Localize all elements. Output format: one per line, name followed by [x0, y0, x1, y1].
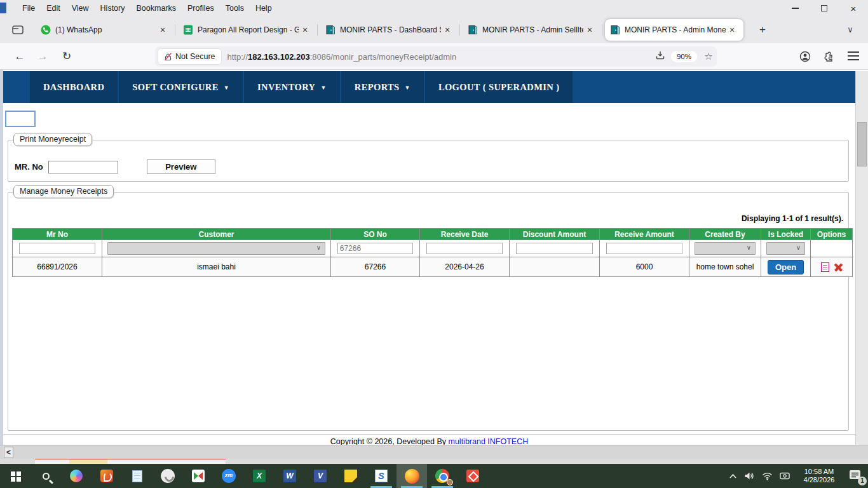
vertical-scrollbar[interactable] [855, 71, 868, 445]
table-filter-row: ∨ ∨ ∨ [13, 240, 853, 257]
tab-whatsapp[interactable]: (1) WhatsApp × [36, 19, 174, 41]
filter-mr-no-input[interactable] [19, 243, 95, 254]
url-bar[interactable]: Not Secure http://182.163.102.203:8086/m… [155, 46, 717, 67]
chevron-down-icon: ∨ [796, 244, 801, 251]
tab-monir-moneyreceipt-active[interactable]: MONIR PARTS - Admin MoneyR × [605, 19, 743, 41]
print-receipt-icon[interactable] [821, 262, 829, 272]
menubar: File Edit View History Bookmarks Profile… [17, 0, 278, 17]
s-app-icon[interactable] [366, 464, 397, 488]
chevron-down-icon: ∨ [747, 244, 751, 251]
tab-title: MONIR PARTS - DashBoard Site [340, 25, 441, 34]
taskbar: 10:58 AM 4/28/2026 1 [0, 464, 868, 488]
security-chip[interactable]: Not Secure [158, 48, 222, 65]
vertical-scrollbar-thumb[interactable] [857, 122, 867, 166]
firefox-view-button[interactable] [9, 22, 27, 38]
whatsapp-icon[interactable] [153, 464, 183, 488]
tab-close-icon[interactable]: × [156, 25, 169, 35]
start-button-icon[interactable] [0, 464, 31, 488]
door-favicon [325, 25, 336, 35]
menu-bookmarks[interactable]: Bookmarks [130, 4, 182, 13]
cell-receive-date: 2026-04-26 [420, 257, 510, 277]
avro-keyboard-icon[interactable] [92, 464, 122, 488]
url-host: 182.163.102.203 [248, 52, 310, 62]
copilot-icon[interactable] [61, 464, 92, 488]
delete-icon[interactable] [834, 263, 843, 271]
nav-inventory[interactable]: INVENTORY▼ [244, 71, 340, 103]
search-icon[interactable] [31, 464, 61, 488]
extensions-icon[interactable] [820, 48, 836, 65]
notepad-icon[interactable] [122, 464, 153, 488]
cell-receive-amount: 6000 [600, 257, 689, 277]
minimize-button[interactable] [780, 0, 810, 17]
chrome-icon[interactable] [427, 464, 458, 488]
filter-created-by-select[interactable]: ∨ [695, 242, 756, 255]
results-summary: Displaying 1-1 of 1 result(s). [742, 214, 843, 223]
maximize-icon [821, 5, 827, 11]
zoom-app-icon[interactable] [214, 464, 244, 488]
menu-profiles[interactable]: Profiles [182, 4, 220, 13]
tab-close-icon[interactable]: × [299, 25, 311, 35]
filter-receive-date-input[interactable] [426, 243, 503, 254]
tab-close-icon[interactable]: × [583, 25, 596, 35]
background-desktop-sliver [0, 459, 868, 464]
zoom-level-badge[interactable]: 90% [671, 51, 697, 62]
tab-monir-dashboard[interactable]: MONIR PARTS - DashBoard Site × [320, 19, 459, 41]
filter-is-locked-select[interactable]: ∨ [766, 242, 805, 255]
back-button[interactable]: ← [10, 47, 29, 66]
navbar-brand-spacer [3, 71, 29, 103]
horizontal-scrollbar[interactable]: < [0, 445, 868, 459]
tab-paragon-report[interactable]: Paragon All Report Design - Go × [178, 19, 316, 41]
menu-help[interactable]: Help [250, 4, 278, 13]
tray-chevron-up-icon[interactable] [729, 473, 737, 479]
nav-logout[interactable]: LOGOUT ( SUPERADMIN ) [425, 71, 573, 103]
clock[interactable]: 10:58 AM 4/28/2026 [797, 468, 841, 484]
visio-icon[interactable] [305, 464, 336, 488]
meet-now-icon[interactable] [780, 472, 790, 480]
new-tab-button[interactable]: + [755, 23, 770, 38]
forward-button[interactable]: → [33, 47, 52, 66]
tab-monir-sellitem[interactable]: MONIR PARTS - Admin SellItem × [463, 19, 601, 41]
filter-customer-select[interactable]: ∨ [107, 242, 325, 255]
bookmark-star-icon[interactable]: ☆ [700, 51, 717, 62]
section-legend: Print Moneyreceipt [13, 133, 92, 146]
menu-edit[interactable]: Edit [41, 4, 66, 13]
menu-hamburger-icon[interactable] [848, 51, 859, 60]
menu-history[interactable]: History [95, 4, 131, 13]
mr-no-input[interactable] [48, 161, 118, 173]
firefox-icon[interactable] [397, 464, 427, 488]
pinwheel-app-icon[interactable] [183, 464, 214, 488]
preview-button[interactable]: Preview [147, 159, 215, 174]
cell-mr-no: 66891/2026 [13, 257, 102, 277]
filter-receive-amount-input[interactable] [606, 243, 682, 254]
list-all-tabs-button[interactable]: ∨ [843, 23, 858, 38]
empty-link-box[interactable] [5, 111, 36, 127]
word-icon[interactable] [275, 464, 305, 488]
close-button[interactable]: × [839, 0, 868, 17]
filter-discount-amount-input[interactable] [516, 243, 593, 254]
nav-reports[interactable]: REPORTS▼ [341, 71, 424, 103]
red-diamond-app-icon[interactable] [458, 464, 488, 488]
browser-titlebar: File Edit View History Bookmarks Profile… [0, 0, 868, 17]
sticky-notes-icon[interactable] [336, 464, 366, 488]
menu-view[interactable]: View [66, 4, 95, 13]
open-button[interactable]: Open [768, 260, 804, 274]
cell-created-by: home town sohel [689, 257, 761, 277]
nav-soft-configure[interactable]: SOFT CONFIGURE▼ [119, 71, 243, 103]
maximize-button[interactable] [810, 0, 839, 17]
speaker-icon[interactable] [744, 471, 755, 480]
nav-dashboard[interactable]: DASHBOARD [30, 71, 118, 103]
menu-file[interactable]: File [17, 4, 41, 13]
scroll-left-button[interactable]: < [4, 447, 13, 458]
downloads-icon[interactable] [653, 50, 668, 63]
notification-center-icon[interactable]: 1 [848, 468, 864, 484]
excel-icon[interactable] [244, 464, 275, 488]
filter-so-no-input[interactable] [337, 243, 414, 254]
wifi-icon[interactable] [762, 472, 773, 480]
account-icon[interactable] [797, 48, 813, 65]
print-moneyreceipt-section: Print Moneyreceipt MR. No Preview [8, 140, 849, 182]
menu-tools[interactable]: Tools [220, 4, 250, 13]
reload-button[interactable]: ↻ [57, 47, 76, 66]
col-receive-amount: Receive Amount [600, 229, 689, 240]
tab-close-icon[interactable]: × [726, 25, 738, 35]
tab-close-icon[interactable]: × [441, 25, 454, 35]
